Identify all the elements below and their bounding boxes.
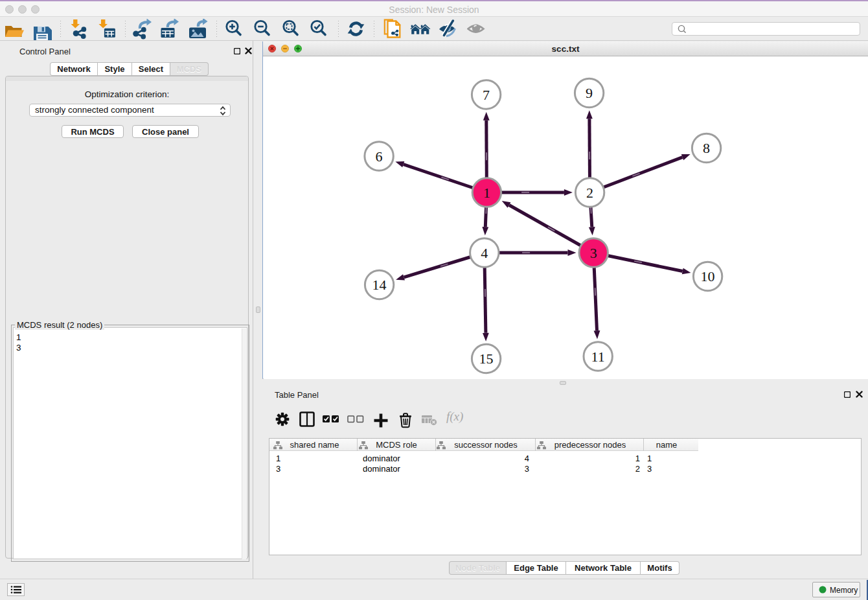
svg-text:1: 1 (483, 185, 490, 201)
svg-text:10: 10 (701, 268, 715, 284)
svg-text:8: 8 (703, 140, 710, 156)
svg-text:15: 15 (479, 351, 494, 367)
svg-text:4: 4 (481, 245, 488, 261)
svg-text:6: 6 (376, 148, 383, 165)
svg-text:11: 11 (591, 349, 605, 365)
svg-text:14: 14 (372, 277, 387, 293)
svg-text:9: 9 (586, 85, 593, 101)
svg-text:3: 3 (590, 245, 597, 261)
svg-text:7: 7 (483, 87, 490, 103)
svg-text:2: 2 (586, 185, 593, 201)
